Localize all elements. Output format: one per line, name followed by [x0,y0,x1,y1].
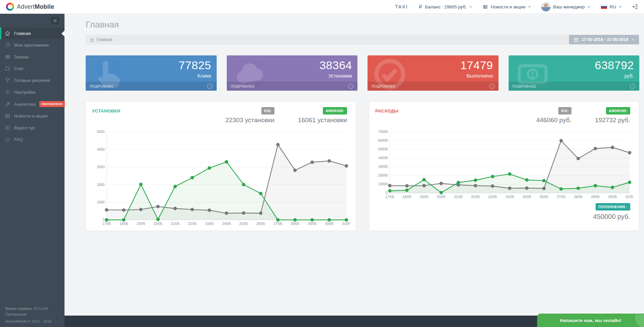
sidebar: Главная Мои приложения Заказы Счёт Готов… [0,14,65,327]
installs-chart-panel: УСТАНОВКИ IOS: 22303 установки ANDROID: … [86,101,356,231]
breadcrumb[interactable]: Главная [90,37,113,42]
ios-expenses-value: 446060 руб. [536,116,571,124]
calendar-icon [573,37,578,42]
ios-installs-value: 22303 установки [225,116,274,124]
news-dropdown[interactable]: Новости и акции [482,4,531,9]
ios-badge: IOS: [558,107,571,114]
chevron-down-icon [618,5,622,8]
svg-text:5000: 5000 [97,130,104,134]
copyright: AdvertMobile © 2012 - 2018 [5,319,51,324]
stat-value: 17479 [460,59,493,72]
svg-text:22/05: 22/05 [471,195,480,199]
agreement-link[interactable]: Соглашение [5,312,51,317]
russian-flag-icon [601,5,607,9]
sidebar-item-analytics[interactable]: Аналитика ОБНОВЛЕНО [0,98,65,110]
svg-text:30000: 30000 [378,165,388,169]
svg-text:1: 1 [530,69,535,80]
card-more-link[interactable]: ПОДРОБНЕЕ → [368,82,499,91]
stat-card-revenue: 1 638792 руб. ПОДРОБНЕЕ → [509,55,640,91]
language-dropdown[interactable]: RU [601,4,622,9]
arrow-right-icon: → [489,84,495,89]
svg-text:24/05: 24/05 [505,195,514,199]
svg-text:21/05: 21/05 [454,195,463,199]
svg-text:28/05: 28/05 [574,195,583,199]
arrow-right-icon: → [630,84,635,89]
home-icon [5,31,10,36]
stat-label: Выполнено [467,73,493,79]
svg-text:24/05: 24/05 [222,222,231,226]
android-expenses-value: 192732 руб. [595,116,630,124]
taxi-link[interactable]: TAXI [395,4,408,9]
svg-text:3000: 3000 [97,165,104,169]
sidebar-item-account[interactable]: Счёт [0,63,65,75]
card-more-link[interactable]: ПОДРОБНЕЕ → [227,82,358,91]
sidebar-item-solutions[interactable]: Готовые решения [0,75,65,86]
sidebar-toggle-button[interactable] [51,17,59,25]
trophy-icon [5,78,10,83]
stat-card-completed: 17479 Выполнено ПОДРОБНЕЕ → [368,55,499,91]
stat-cards-row: 77825 Клики ПОДРОБНЕЕ → 38364 Установки … [86,55,639,91]
manager-dropdown[interactable]: Ваш менеджер [541,2,590,11]
logout-button[interactable] [632,4,638,10]
newspaper-icon [482,4,488,9]
balance-dropdown[interactable]: Баланс : 29805 руб. [418,4,472,9]
app-logo[interactable]: AdvertMobile [6,3,54,11]
date-range-picker[interactable]: 17-05-2018 - 31-05-2018 [569,35,639,44]
sidebar-item-video-tour[interactable]: Видео-тур [0,122,65,134]
stat-label: Клики [198,73,211,79]
installs-line-chart: 01000200030004000500017/0518/0519/0520/0… [92,129,350,227]
card-more-link[interactable]: ПОДРОБНЕЕ → [86,82,217,91]
svg-text:19/05: 19/05 [136,222,145,226]
svg-text:70000: 70000 [378,130,388,134]
svg-text:17/05: 17/05 [102,222,111,226]
svg-text:4000: 4000 [97,148,104,151]
sidebar-item-news[interactable]: Новости и акции [0,110,65,122]
manager-avatar [541,2,551,11]
hamburger-icon [53,19,57,23]
card-more-link[interactable]: ПОДРОБНЕЕ → [509,82,640,91]
svg-text:26/05: 26/05 [256,222,265,226]
puzzle-icon [5,42,10,48]
android-badge: ANDROID: [323,107,347,114]
breadcrumb-bar: Главная 17-05-2018 - 31-05-2018 [86,35,639,45]
stat-label: руб. [624,73,634,79]
svg-text:19/05: 19/05 [420,195,428,199]
ruble-icon [418,4,423,9]
svg-text:0: 0 [103,218,105,222]
stat-card-installs: 38364 Установки ПОДРОБНЕЕ → [227,55,358,91]
stat-value: 77825 [178,59,211,72]
svg-text:25/05: 25/05 [522,195,531,199]
stat-card-clicks: 77825 Клики ПОДРОБНЕЕ → [86,55,217,91]
topup-badge: ПОПОЛНЕНИЯ : [596,203,630,211]
sidebar-item-settings[interactable]: Настройки [0,86,65,98]
sidebar-item-home[interactable]: Главная [0,28,65,39]
chat-widget[interactable]: Напишите нам, мы онлайн! [537,314,644,327]
expenses-chart-panel: РАСХОДЫ IOS: 446060 руб. ANDROID: 192732… [369,101,639,231]
svg-text:18/05: 18/05 [402,195,411,199]
chevron-down-icon [631,38,635,41]
svg-text:30/05: 30/05 [608,195,617,199]
svg-text:10000: 10000 [378,182,388,186]
svg-text:18/05: 18/05 [119,222,128,226]
svg-text:50000: 50000 [378,147,388,151]
svg-text:29/05: 29/05 [308,222,316,226]
svg-text:31/05: 31/05 [625,195,633,199]
top-header: AdvertMobile TAXI Баланс : 29805 руб. Но… [0,0,644,14]
video-icon [5,125,10,131]
svg-text:1000: 1000 [97,200,104,204]
sidebar-item-my-apps[interactable]: Мои приложения [0,39,65,51]
svg-text:25/05: 25/05 [239,222,248,226]
svg-text:28/05: 28/05 [291,222,299,226]
logout-icon [632,4,638,10]
logo-ring-icon [6,3,14,11]
page-title: Главная [86,14,639,35]
wallet-icon [5,66,10,72]
chart-title: РАСХОДЫ [375,107,398,113]
sidebar-item-orders[interactable]: Заказы [0,51,65,63]
sidebar-item-faq[interactable]: FAQ [0,134,65,145]
svg-text:40000: 40000 [378,156,388,160]
ios-badge: IOS: [261,107,274,114]
android-badge: ANDROID: [606,107,630,114]
svg-text:31/05: 31/05 [342,222,350,226]
expenses-line-chart: 01000020000300004000050000600007000017/0… [375,129,633,200]
